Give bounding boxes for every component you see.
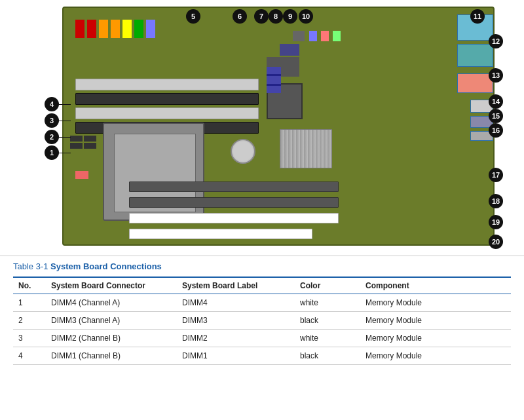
cell-component-3: Memory Module [360, 330, 511, 347]
callout-13: 13 [489, 68, 503, 83]
hs-red [75, 20, 84, 38]
callout-11: 11 [470, 9, 485, 24]
col-header-component: Component [360, 277, 511, 294]
line-1 [59, 153, 71, 153]
ram-slot-2 [75, 93, 259, 105]
ram-slot-1 [75, 79, 259, 90]
hs-orange [99, 20, 108, 38]
connector-audio [457, 44, 493, 67]
top-connector-3 [293, 31, 305, 41]
cell-connector-2: DIMM3 (Channel A) [46, 312, 177, 330]
cell-label-1: DIMM4 [177, 294, 295, 312]
cell-label-3: DIMM2 [177, 330, 295, 347]
motherboard-board [62, 7, 495, 246]
callout-2: 2 [45, 130, 59, 144]
cell-no-3: 3 [13, 330, 46, 347]
callout-6: 6 [233, 9, 247, 24]
heatsink [280, 129, 332, 168]
cell-component-2: Memory Module [360, 312, 511, 330]
line-4 [59, 104, 71, 105]
callout-20: 20 [489, 235, 503, 249]
col-header-label: System Board Label [177, 277, 295, 294]
front-panel-connector [70, 136, 96, 149]
top-connector-2 [280, 44, 299, 56]
cell-component-4: Memory Module [360, 347, 511, 365]
cell-label-2: DIMM3 [177, 312, 295, 330]
table-row: 4DIMM1 (Channel B)DIMM1blackMemory Modul… [13, 347, 511, 365]
header-strip [75, 20, 155, 38]
callout-19: 19 [489, 215, 503, 229]
cell-color-4: black [295, 347, 360, 365]
callout-8: 8 [269, 9, 283, 24]
sata-connectors [267, 67, 281, 93]
line-2 [59, 137, 71, 138]
callout-3: 3 [45, 113, 59, 128]
callout-1: 1 [45, 145, 59, 160]
cell-no-1: 1 [13, 294, 46, 312]
cell-no-2: 2 [13, 312, 46, 330]
pci-slot-1 [129, 181, 339, 192]
col-header-color: Color [295, 277, 360, 294]
cell-component-1: Memory Module [360, 294, 511, 312]
motherboard-diagram: 1 2 3 4 5 6 7 8 9 10 11 12 13 14 15 16 1… [0, 0, 524, 256]
pink-component [75, 171, 88, 179]
callout-15: 15 [489, 109, 503, 123]
callout-5: 5 [186, 9, 200, 24]
table-prefix: Table 3-1 [13, 261, 48, 271]
cmos-battery [231, 139, 255, 164]
callout-10: 10 [299, 9, 313, 24]
table-row: 2DIMM3 (Channel A)DIMM3blackMemory Modul… [13, 312, 511, 330]
table-heading: System Board Connections [48, 261, 161, 271]
table-header-row: No. System Board Connector System Board … [13, 277, 511, 294]
callout-9: 9 [283, 9, 297, 24]
cell-color-3: white [295, 330, 360, 347]
cell-color-2: black [295, 312, 360, 330]
ram-slot-3 [75, 107, 259, 119]
top-connector-4 [309, 31, 317, 41]
connections-table: No. System Board Connector System Board … [13, 277, 511, 365]
table-row: 3DIMM2 (Channel B)DIMM2whiteMemory Modul… [13, 330, 511, 347]
cell-connector-3: DIMM2 (Channel B) [46, 330, 177, 347]
pci-slot-3 [129, 213, 339, 223]
col-header-connector: System Board Connector [46, 277, 177, 294]
col-header-no: No. [13, 277, 46, 294]
hs-yellow [122, 20, 132, 38]
callout-14: 14 [489, 94, 503, 109]
cell-connector-4: DIMM1 (Channel B) [46, 347, 177, 365]
cell-color-1: white [295, 294, 360, 312]
table-row: 1DIMM4 (Channel A)DIMM4whiteMemory Modul… [13, 294, 511, 312]
line-3 [59, 121, 71, 121]
callout-4: 4 [45, 97, 59, 111]
hs-blue [146, 20, 155, 38]
pci-slot-4 [129, 229, 312, 239]
connector-3 [457, 73, 493, 93]
hs-orange2 [111, 20, 120, 38]
callout-16: 16 [489, 123, 503, 138]
callout-18: 18 [489, 194, 503, 208]
top-connector-5 [321, 31, 329, 41]
callout-17: 17 [489, 168, 503, 182]
cell-no-4: 4 [13, 347, 46, 365]
pci-slot-2 [129, 197, 339, 208]
hs-green [134, 20, 143, 38]
top-connector-6 [333, 31, 341, 41]
hs-red2 [87, 20, 96, 38]
cell-connector-1: DIMM4 (Channel A) [46, 294, 177, 312]
callout-12: 12 [489, 34, 503, 48]
table-title: Table 3-1 System Board Connections [13, 261, 511, 271]
table-section: Table 3-1 System Board Connections No. S… [0, 256, 524, 373]
callout-7: 7 [254, 9, 269, 24]
cell-label-4: DIMM1 [177, 347, 295, 365]
